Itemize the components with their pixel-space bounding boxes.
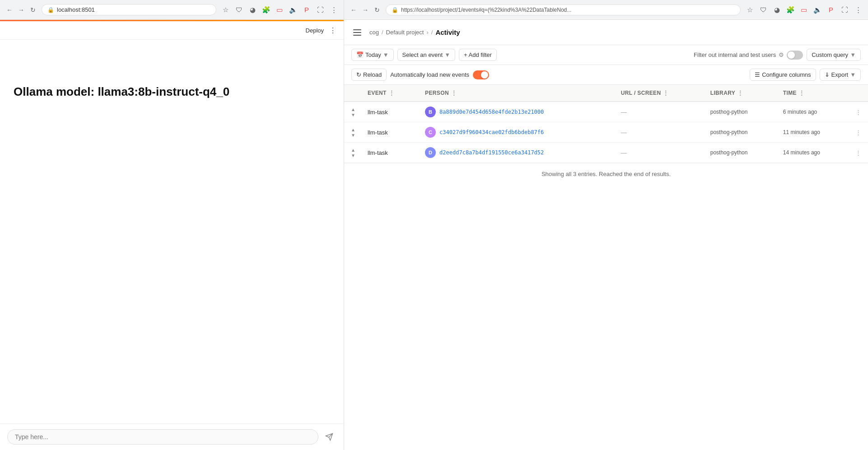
- speaker-icon[interactable]: 🔈: [288, 5, 299, 15]
- right-expand-icon[interactable]: ⛶: [839, 5, 850, 15]
- right-url: https://localhost/project/1/events#q=(%2…: [401, 7, 571, 13]
- auto-load-control: Automatically load new events: [390, 70, 489, 79]
- row-expand-1[interactable]: ▲ ▼: [344, 122, 362, 143]
- internal-settings-icon: ⚙: [779, 51, 784, 58]
- internal-users-label: Filter out internal and test users: [694, 51, 776, 58]
- url-col-menu[interactable]: ⋮: [663, 89, 669, 97]
- internal-users-toggle[interactable]: [787, 51, 803, 60]
- time-cell-1: 11 minutes ago: [778, 122, 850, 143]
- avatar-0: B: [425, 107, 436, 117]
- right-badge-icon[interactable]: ▭: [798, 5, 809, 15]
- auto-load-toggle[interactable]: [473, 70, 489, 79]
- events-table: EVENT ⋮ PERSON ⋮ URL / S: [344, 85, 868, 450]
- url-cell-0: —: [616, 102, 705, 122]
- right-reload-button[interactable]: ↻: [372, 5, 382, 15]
- chat-send-button[interactable]: [322, 430, 336, 444]
- right-extension-icon[interactable]: 🧩: [785, 5, 796, 15]
- select-event-button[interactable]: Select an event ▼: [397, 49, 456, 61]
- person-cell-0: B 8a889d0e7d454d658e4fde2b13e21000: [420, 102, 616, 122]
- today-label: Today: [365, 51, 381, 58]
- configure-columns-button[interactable]: ☰ Configure columns: [750, 69, 816, 81]
- reload-button[interactable]: ↻ Reload: [351, 69, 387, 81]
- page-content: Ollama model: llama3:8b-instruct-q4_0: [0, 40, 344, 423]
- posthog-header: cog / Default project › / Activity: [344, 20, 868, 45]
- right-nav-buttons: ← → ↻: [349, 5, 382, 15]
- lock-icon: 🔒: [47, 7, 54, 13]
- row-expand-0[interactable]: ▲ ▼: [344, 102, 362, 122]
- right-forward-button[interactable]: →: [360, 5, 370, 15]
- filters-bar: 📅 Today ▼ Select an event ▼ + Add filter…: [344, 45, 868, 65]
- reload-button[interactable]: ↻: [28, 5, 38, 15]
- custom-query-chevron-icon: ▼: [850, 51, 856, 58]
- table-row[interactable]: ▲ ▼ llm-task B 8a889d0e7d454d658e4fde2b1…: [344, 102, 868, 122]
- library-col-menu[interactable]: ⋮: [737, 89, 743, 97]
- time-col-menu[interactable]: ⋮: [798, 89, 805, 97]
- library-cell-0: posthog-python: [705, 102, 778, 122]
- export-button[interactable]: ⇓ Export ▼: [820, 69, 861, 81]
- table-footer: Showing all 3 entries. Reached the end o…: [344, 163, 868, 185]
- table-footer-text: Showing all 3 entries. Reached the end o…: [541, 171, 671, 177]
- left-address-bar[interactable]: 🔒 localhost:8501: [42, 4, 216, 15]
- right-address-bar[interactable]: 🔒 https://localhost/project/1/events#q=(…: [386, 5, 741, 15]
- right-menu-dots-icon[interactable]: ⋮: [853, 5, 863, 15]
- person-id-1[interactable]: c34027d9f960434cae02fdb6bdeb87f6: [439, 129, 544, 135]
- chat-input[interactable]: [7, 429, 318, 445]
- nav-buttons: ← → ↻: [5, 5, 38, 15]
- right-browser-actions: ☆ 🛡 ◕ 🧩 ▭ 🔈 P ⛶ ⋮: [744, 5, 863, 15]
- event-col-menu[interactable]: ⋮: [388, 89, 395, 97]
- shield-icon[interactable]: 🛡: [233, 5, 244, 15]
- select-event-label: Select an event: [402, 51, 443, 58]
- right-speaker-icon[interactable]: 🔈: [812, 5, 823, 15]
- today-filter-button[interactable]: 📅 Today ▼: [351, 49, 394, 61]
- person-col-menu[interactable]: ⋮: [451, 89, 457, 97]
- right-star-button[interactable]: ☆: [744, 5, 755, 15]
- breadcrumb-sep2: /: [431, 29, 433, 36]
- right-posthog-icon[interactable]: P: [826, 5, 836, 15]
- breadcrumb-project[interactable]: Default project: [386, 29, 424, 36]
- deploy-button[interactable]: Deploy: [306, 27, 324, 34]
- table-row[interactable]: ▲ ▼ llm-task D d2eedd7c8a7b4df191550ce6a…: [344, 143, 868, 163]
- menu-dots-icon[interactable]: ⋮: [328, 5, 339, 15]
- profile-icon[interactable]: ◕: [247, 5, 258, 15]
- calendar-icon: 📅: [356, 51, 364, 58]
- sidebar-toggle-button[interactable]: [351, 26, 364, 39]
- left-panel: ← → ↻ 🔒 localhost:8501 ☆ 🛡 ◕ 🧩 ▭ 🔈 P ⛶ ⋮…: [0, 0, 344, 450]
- select-event-chevron-icon: ▼: [444, 51, 450, 58]
- col-row-menu: [850, 85, 868, 102]
- right-profile-icon[interactable]: ◕: [771, 5, 782, 15]
- breadcrumb-cog[interactable]: cog: [369, 29, 379, 36]
- right-lock-icon: 🔒: [392, 7, 398, 13]
- col-person: PERSON ⋮: [420, 85, 616, 102]
- add-filter-button[interactable]: + Add filter: [459, 49, 497, 61]
- right-browser-chrome: ← → ↻ 🔒 https://localhost/project/1/even…: [344, 0, 868, 20]
- avatar-2: D: [425, 147, 436, 158]
- time-cell-0: 6 minutes ago: [778, 102, 850, 122]
- row-menu-0[interactable]: ⋮: [850, 102, 868, 122]
- badge-icon[interactable]: ▭: [274, 5, 285, 15]
- table-row[interactable]: ▲ ▼ llm-task C c34027d9f960434cae02fdb6b…: [344, 122, 868, 143]
- configure-cols-label: Configure columns: [762, 71, 811, 78]
- row-menu-1[interactable]: ⋮: [850, 122, 868, 143]
- posthog-icon[interactable]: P: [301, 5, 312, 15]
- row-menu-2[interactable]: ⋮: [850, 143, 868, 163]
- right-back-button[interactable]: ←: [349, 5, 359, 15]
- star-button[interactable]: ☆: [220, 5, 231, 15]
- person-id-2[interactable]: d2eedd7c8a7b4df191550ce6a3417d52: [439, 149, 544, 156]
- left-url: localhost:8501: [57, 6, 95, 13]
- extension-icon[interactable]: 🧩: [261, 5, 271, 15]
- back-button[interactable]: ←: [5, 5, 14, 15]
- forward-button[interactable]: →: [16, 5, 26, 15]
- library-cell-2: posthog-python: [705, 143, 778, 163]
- export-label: Export: [831, 71, 849, 78]
- row-expand-2[interactable]: ▲ ▼: [344, 143, 362, 163]
- expand-icon[interactable]: ⛶: [315, 5, 326, 15]
- breadcrumb: cog / Default project › / Activity: [369, 28, 861, 36]
- right-shield-icon[interactable]: 🛡: [758, 5, 769, 15]
- posthog-app: cog / Default project › / Activity 📅 Tod…: [344, 20, 868, 450]
- col-event: EVENT ⋮: [362, 85, 420, 102]
- avatar-1: C: [425, 127, 436, 138]
- person-id-0[interactable]: 8a889d0e7d454d658e4fde2b13e21000: [439, 109, 544, 115]
- auto-load-label: Automatically load new events: [390, 71, 469, 78]
- toolbar-menu-button[interactable]: ⋮: [327, 25, 338, 36]
- custom-query-button[interactable]: Custom query ▼: [807, 49, 861, 61]
